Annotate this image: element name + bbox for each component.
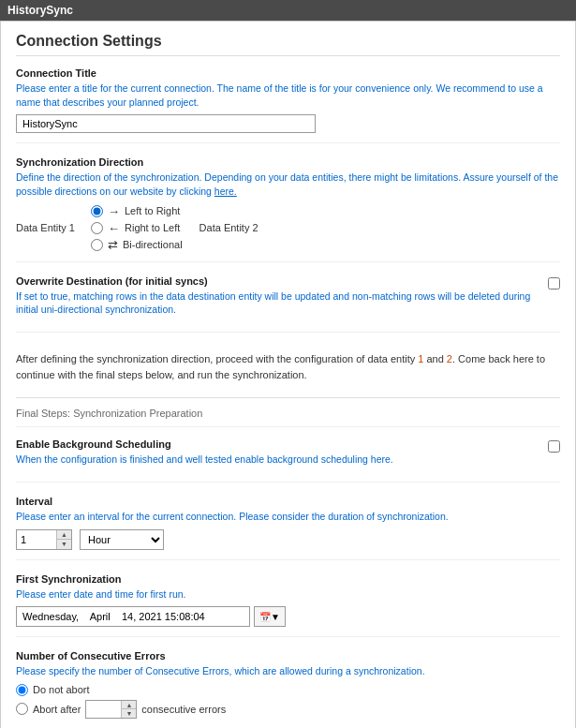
overwrite-row: Overwrite Destination (for initial syncs… [16, 275, 560, 322]
interval-up-button[interactable]: ▲ [56, 530, 71, 541]
sync-direction-desc: Define the direction of the synchronizat… [16, 171, 560, 198]
interval-heading: Interval [16, 496, 560, 507]
rtl-radio[interactable] [91, 222, 103, 234]
bi-label: Bi-directional [123, 239, 183, 250]
interval-down-button[interactable]: ▼ [56, 540, 71, 549]
title-bar-label: HistorySync [7, 4, 73, 17]
bg-scheduling-section: Enable Background Scheduling When the co… [16, 438, 560, 483]
abort-spinner: ▲ ▼ [85, 700, 137, 719]
ltr-arrow: → [108, 204, 120, 218]
bi-radio[interactable] [91, 239, 103, 251]
overwrite-section: Overwrite Destination (for initial syncs… [16, 275, 560, 333]
title-bar: HistorySync [0, 0, 576, 21]
abort-count-input[interactable] [86, 703, 122, 716]
page-title: Connection Settings [16, 33, 560, 56]
consecutive-errors-heading: Number of Consecutive Errors [16, 650, 560, 661]
interval-row: ▲ ▼ Hour Minute Day [16, 529, 560, 550]
consecutive-errors-desc: Please specify the number of Consecutive… [16, 664, 560, 678]
entity-1-highlight: 1 [418, 353, 423, 364]
connection-title-input[interactable] [16, 114, 316, 133]
final-steps-label: Final Steps: Synchronization Preparation [16, 408, 560, 427]
interval-spinner: ▲ ▼ [16, 529, 72, 550]
calendar-button[interactable]: 📅▼ [254, 606, 286, 627]
ltr-radio[interactable] [91, 205, 103, 217]
rtl-label: Right to Left [125, 222, 180, 233]
overwrite-heading: Overwrite Destination (for initial syncs… [16, 275, 539, 287]
main-content: Connection Settings Connection Title Ple… [0, 21, 576, 728]
consecutive-errors-suffix: consecutive errors [141, 704, 226, 715]
first-sync-desc: Please enter date and time for first run… [16, 587, 560, 602]
interval-desc: Please enter an interval for the current… [16, 510, 560, 524]
abort-spinner-buttons: ▲ ▼ [121, 701, 136, 718]
interval-section: Interval Please enter an interval for th… [16, 496, 560, 560]
divider-1 [16, 397, 560, 398]
bg-scheduling-checkbox[interactable] [548, 440, 560, 453]
bg-scheduling-desc: When the configuration is finished and w… [16, 453, 539, 467]
interval-spinner-buttons: ▲ ▼ [56, 530, 71, 549]
sync-direction-link[interactable]: here. [214, 186, 237, 197]
interval-unit-select[interactable]: Hour Minute Day [80, 529, 164, 550]
abort-down-button[interactable]: ▼ [121, 709, 136, 718]
no-abort-option[interactable]: Do not abort [16, 684, 560, 696]
connection-title-desc: Please enter a title for the current con… [16, 82, 560, 109]
overwrite-text: Overwrite Destination (for initial syncs… [16, 275, 539, 322]
interval-input[interactable] [17, 532, 56, 547]
bi-arrow: ⇄ [108, 238, 118, 252]
consecutive-errors-section: Number of Consecutive Errors Please spec… [16, 650, 560, 728]
entity-2-highlight: 2 [447, 353, 452, 364]
sync-direction-radio-group: → Left to Right ← Right to Left ⇄ Bi-dir… [91, 204, 183, 252]
abort-after-option[interactable]: Abort after ▲ ▼ consecutive errors [16, 700, 560, 719]
abort-up-button[interactable]: ▲ [121, 701, 136, 710]
datetime-input[interactable] [16, 606, 250, 627]
rtl-arrow: ← [108, 221, 120, 235]
sync-direction-row: Data Entity 1 → Left to Right ← Right to… [16, 204, 560, 252]
ltr-option[interactable]: → Left to Right [91, 204, 183, 218]
connection-title-heading: Connection Title [16, 67, 560, 79]
ltr-label: Left to Right [125, 205, 180, 216]
overwrite-desc: If set to true, matching rows in the dat… [16, 290, 539, 317]
first-sync-section: First Synchronization Please enter date … [16, 573, 560, 638]
no-abort-label: Do not abort [33, 684, 90, 695]
datetime-row: 📅▼ [16, 606, 560, 627]
bi-option[interactable]: ⇄ Bi-directional [91, 238, 183, 252]
first-sync-heading: First Synchronization [16, 573, 560, 585]
data-entity-2-label: Data Entity 2 [199, 222, 258, 233]
bg-scheduling-heading: Enable Background Scheduling [16, 438, 539, 450]
rtl-option[interactable]: ← Right to Left [91, 221, 183, 235]
info-text: After defining the synchronization direc… [16, 346, 560, 388]
sync-direction-section: Synchronization Direction Define the dir… [16, 156, 560, 261]
connection-title-section: Connection Title Please enter a title fo… [16, 67, 560, 143]
overwrite-checkbox[interactable] [548, 277, 560, 290]
abort-after-radio[interactable] [16, 703, 28, 715]
abort-after-label: Abort after [33, 704, 81, 715]
connection-title-row [16, 114, 560, 133]
sync-direction-heading: Synchronization Direction [16, 156, 560, 168]
consec-errors-row: Do not abort Abort after ▲ ▼ consecutive… [16, 684, 560, 719]
bg-scheduling-row: Enable Background Scheduling When the co… [16, 438, 560, 472]
bg-scheduling-text: Enable Background Scheduling When the co… [16, 438, 539, 472]
no-abort-radio[interactable] [16, 684, 28, 696]
data-entity-1-label: Data Entity 1 [16, 222, 81, 233]
